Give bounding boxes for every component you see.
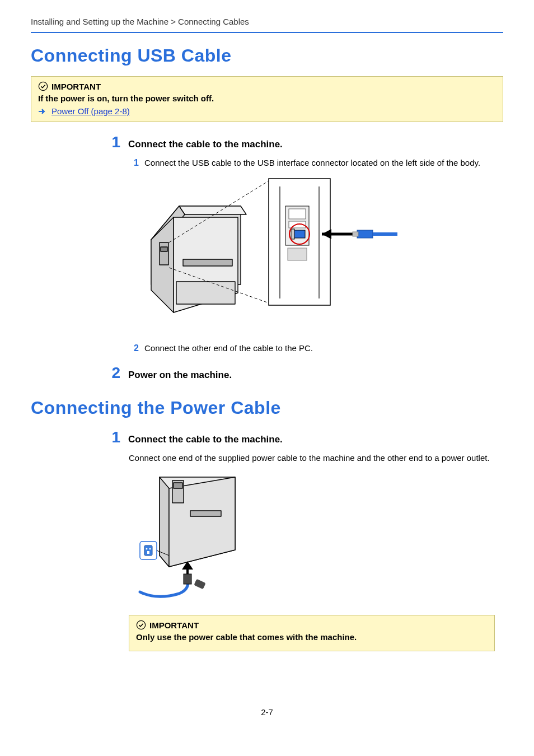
breadcrumb: Installing and Setting up the Machine > … [31,17,503,26]
svg-marker-2 [179,206,246,214]
svg-rect-21 [288,248,307,260]
substep-number: 1 [129,158,139,168]
svg-rect-19 [291,229,294,239]
important-text: If the power is on, turn the power switc… [38,94,496,103]
svg-rect-8 [160,242,168,265]
substep-1-1: 1 Connect the USB cable to the USB inter… [129,157,503,169]
power-off-link[interactable]: Power Off (page 2-8) [51,106,130,116]
usb-diagram [129,175,503,330]
svg-point-0 [39,82,47,90]
substep-text: Connect the other end of the cable to th… [144,342,503,354]
step-title: Connect the cable to the machine. [128,139,283,150]
substep-1-2: 2 Connect the other end of the cable to … [129,342,503,354]
important-callout-power: IMPORTANT Only use the power cable that … [129,615,495,651]
important-label: IMPORTANT [51,82,101,91]
svg-rect-25 [353,232,358,236]
svg-rect-18 [294,230,305,238]
arrow-right-icon [38,108,46,115]
step-number: 1 [104,428,120,446]
svg-point-36 [149,548,151,550]
svg-rect-16 [289,209,306,219]
svg-rect-6 [183,259,232,266]
svg-rect-9 [161,247,167,251]
svg-rect-7 [176,282,235,304]
section-heading-power: Connecting the Power Cable [31,398,503,418]
svg-rect-42 [194,579,205,589]
check-circle-icon [38,81,48,91]
power-diagram [129,472,503,603]
step-1-power: 1 Connect the cable to the machine. [104,428,503,446]
important-callout: IMPORTANT If the power is on, turn the p… [31,76,503,122]
step-number: 1 [104,133,120,151]
svg-point-35 [146,548,148,550]
divider [31,32,503,33]
step-title: Connect the cable to the machine. [128,434,283,445]
step-body: Connect one end of the supplied power ca… [129,452,503,464]
step-title: Power on the machine. [128,370,232,381]
substep-text: Connect the USB cable to the USB interfa… [144,157,503,169]
step-number: 2 [104,364,120,382]
svg-point-43 [137,620,145,629]
important-text: Only use the power cable that comes with… [136,632,488,642]
svg-rect-37 [147,551,149,554]
important-label: IMPORTANT [149,620,199,630]
svg-rect-30 [190,511,221,516]
step-2: 2 Power on the machine. [104,364,503,382]
section-heading-usb: Connecting USB Cable [31,45,503,66]
page-number: 2-7 [31,707,503,717]
svg-rect-32 [174,483,182,488]
step-1: 1 Connect the cable to the machine. [104,133,503,151]
substep-number: 2 [129,343,139,353]
document-page: Installing and Setting up the Machine > … [0,0,534,739]
svg-rect-34 [144,545,152,556]
check-circle-icon [136,620,146,630]
svg-rect-24 [357,230,373,238]
svg-rect-41 [184,574,191,584]
